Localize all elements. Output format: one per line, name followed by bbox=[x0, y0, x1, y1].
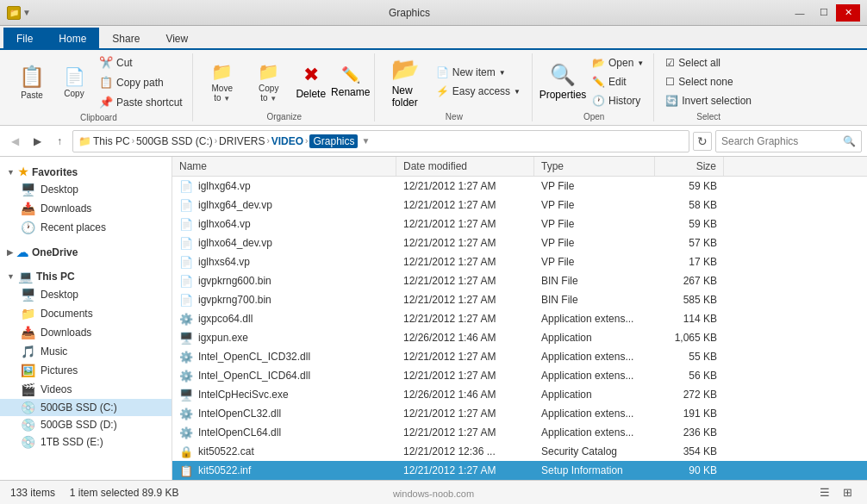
file-icon: ⚙️ bbox=[179, 408, 193, 420]
invert-selection-button[interactable]: 🔄 Invert selection bbox=[661, 92, 756, 109]
tab-view[interactable]: View bbox=[153, 28, 201, 48]
path-segment-video[interactable]: VIDEO bbox=[271, 135, 303, 147]
sidebar-item-drive-d[interactable]: 💿 500GB SSD (D:) bbox=[0, 416, 172, 433]
tab-home[interactable]: Home bbox=[46, 28, 99, 48]
sidebar-item-downloads-fav[interactable]: 📥 Downloads bbox=[0, 199, 172, 218]
path-dropdown-arrow[interactable]: ▼ bbox=[361, 136, 370, 146]
file-name-cell: 🖥️IntelCpHeciSvc.exe bbox=[172, 387, 396, 403]
file-size-cell: 58 KB bbox=[655, 197, 724, 213]
table-row[interactable]: 🖥️igxpun.exe12/26/2012 1:46 AMApplicatio… bbox=[172, 328, 867, 347]
folder-icon: 🖥️ bbox=[21, 183, 35, 196]
file-name-cell: 🔒kit50522.cat bbox=[172, 444, 396, 460]
search-input[interactable] bbox=[721, 135, 839, 147]
col-type[interactable]: Type bbox=[534, 157, 655, 176]
file-name-cell: ⚙️IntelOpenCL64.dll bbox=[172, 425, 396, 441]
onedrive-arrow: ▶ bbox=[7, 248, 13, 257]
titlebar-icons: 📁 ▼ bbox=[7, 6, 31, 20]
sidebar-item-documents[interactable]: 📁 Documents bbox=[0, 304, 172, 323]
file-name-cell: ⚙️IntelOpenCL32.dll bbox=[172, 406, 396, 422]
table-row[interactable]: 📄iglhxs64.vp12/21/2012 1:27 AMVP File17 … bbox=[172, 252, 867, 271]
thispc-section: ▼ 💻 This PC 🖥️ Desktop 📁 Documents 📥 Dow… bbox=[0, 264, 172, 454]
tab-share[interactable]: Share bbox=[99, 28, 153, 48]
copy-icon: 📄 bbox=[64, 66, 85, 87]
path-segment-thispc[interactable]: This PC bbox=[93, 135, 130, 147]
path-segment-drivers[interactable]: DRIVERS bbox=[219, 135, 265, 147]
onedrive-header[interactable]: ▶ ☁ OneDrive bbox=[0, 244, 172, 261]
properties-button[interactable]: 🔍 Properties bbox=[540, 56, 586, 108]
organize-buttons: 📁 Moveto ▼ 📁 Copyto ▼ ✖ Delete ✏️ Rename bbox=[200, 53, 369, 110]
details-view-button[interactable]: ☰ bbox=[815, 483, 834, 502]
sidebar-item-recent[interactable]: 🕐 Recent places bbox=[0, 218, 172, 237]
rename-button[interactable]: ✏️ Rename bbox=[333, 56, 369, 108]
file-type-cell: Application extens... bbox=[534, 406, 655, 421]
col-date[interactable]: Date modified bbox=[396, 157, 534, 176]
cut-button[interactable]: ✂️ Cut bbox=[95, 53, 187, 72]
thispc-header[interactable]: ▼ 💻 This PC bbox=[0, 268, 172, 285]
delete-button[interactable]: ✖ Delete bbox=[293, 56, 329, 108]
sidebar-item-drive-c[interactable]: 💿 500GB SSD (C:) bbox=[0, 399, 172, 416]
table-row[interactable]: 📄iglhxg64.vp12/21/2012 1:27 AMVP File59 … bbox=[172, 177, 867, 196]
history-button[interactable]: 🕐 History bbox=[588, 92, 648, 109]
search-box: 🔍 bbox=[715, 130, 862, 152]
select-none-button[interactable]: ☐ Select none bbox=[661, 73, 756, 90]
table-row[interactable]: 🔒kit50522.cat12/21/2012 12:36 ...Securit… bbox=[172, 442, 867, 461]
table-row[interactable]: ⚙️Intel_OpenCL_ICD32.dll12/21/2012 1:27 … bbox=[172, 347, 867, 366]
table-row[interactable]: 📋kit50522.inf12/21/2012 1:27 AMSetup Inf… bbox=[172, 461, 867, 480]
table-row[interactable]: ⚙️IntelOpenCL32.dll12/21/2012 1:27 AMApp… bbox=[172, 404, 867, 423]
sidebar-item-drive-e[interactable]: 💿 1TB SSD (E:) bbox=[0, 433, 172, 451]
new-folder-button[interactable]: 📂 Newfolder bbox=[382, 56, 428, 108]
select-all-button[interactable]: ☑ Select all bbox=[661, 54, 756, 72]
move-to-button[interactable]: 📁 Moveto ▼ bbox=[200, 56, 245, 108]
thispc-arrow: ▼ bbox=[7, 272, 15, 281]
paste-shortcut-button[interactable]: 📌 Paste shortcut bbox=[95, 93, 187, 111]
edit-button[interactable]: ✏️ Edit bbox=[588, 73, 648, 90]
table-row[interactable]: 🖥️IntelCpHeciSvc.exe12/26/2012 1:46 AMAp… bbox=[172, 385, 867, 404]
up-button[interactable]: ↑ bbox=[50, 132, 69, 151]
file-size-cell: 354 KB bbox=[655, 444, 724, 459]
table-row[interactable]: 📄igvpkrng700.bin12/21/2012 1:27 AMBIN Fi… bbox=[172, 290, 867, 309]
sidebar-item-music[interactable]: 🎵 Music bbox=[0, 342, 172, 361]
downloads-pc-label: Downloads bbox=[41, 327, 91, 339]
tab-file[interactable]: File bbox=[3, 28, 46, 48]
file-icon: 📄 bbox=[179, 180, 193, 193]
table-row[interactable]: ⚙️Intel_OpenCL_ICD64.dll12/21/2012 1:27 … bbox=[172, 366, 867, 385]
large-icons-button[interactable]: ⊞ bbox=[838, 483, 857, 502]
maximize-button[interactable]: ☐ bbox=[812, 4, 836, 22]
refresh-button[interactable]: ↻ bbox=[693, 132, 712, 151]
table-row[interactable]: 📄igvpkrng600.bin12/21/2012 1:27 AMBIN Fi… bbox=[172, 271, 867, 290]
copy-path-button[interactable]: 📋 Copy path bbox=[95, 73, 187, 91]
forward-button[interactable]: ▶ bbox=[28, 132, 47, 151]
favorites-header[interactable]: ▼ ★ Favorites bbox=[0, 164, 172, 180]
path-segment-graphics[interactable]: Graphics bbox=[309, 134, 358, 148]
col-size[interactable]: Size bbox=[655, 157, 724, 176]
sidebar-item-desktop-pc[interactable]: 🖥️ Desktop bbox=[0, 285, 172, 304]
open-button[interactable]: 📂 Open ▼ bbox=[588, 54, 648, 72]
sidebar-item-desktop-fav[interactable]: 🖥️ Desktop bbox=[0, 180, 172, 199]
copy-button[interactable]: 📄 Copy bbox=[55, 57, 93, 109]
table-row[interactable]: 📄iglhxo64.vp12/21/2012 1:27 AMVP File59 … bbox=[172, 215, 867, 233]
minimize-button[interactable]: — bbox=[788, 4, 812, 22]
select-label: Select bbox=[696, 112, 720, 121]
address-path[interactable]: 📁 This PC › 500GB SSD (C:) › DRIVERS › V… bbox=[72, 130, 689, 152]
path-sep-2: › bbox=[215, 136, 217, 146]
easy-access-button[interactable]: ⚡ Easy access ▼ bbox=[430, 83, 527, 100]
path-segment-drive[interactable]: 500GB SSD (C:) bbox=[136, 135, 213, 147]
table-row[interactable]: 📄iglhxg64_dev.vp12/21/2012 1:27 AMVP Fil… bbox=[172, 196, 867, 215]
sidebar-item-downloads-pc[interactable]: 📥 Downloads bbox=[0, 323, 172, 342]
new-item-button[interactable]: 📄 New item ▼ bbox=[430, 64, 527, 81]
search-icon: 🔍 bbox=[843, 135, 856, 147]
table-row[interactable]: ⚙️igxpco64.dll12/21/2012 1:27 AMApplicat… bbox=[172, 309, 867, 328]
open-icon: 📂 bbox=[592, 57, 605, 69]
col-name[interactable]: Name bbox=[172, 157, 396, 176]
copy-to-button[interactable]: 📁 Copyto ▼ bbox=[246, 56, 291, 108]
table-row[interactable]: 📄iglhxo64_dev.vp12/21/2012 1:27 AMVP Fil… bbox=[172, 233, 867, 252]
close-button[interactable]: ✕ bbox=[836, 4, 860, 22]
back-button[interactable]: ◀ bbox=[5, 132, 24, 151]
sidebar-item-pictures[interactable]: 🖼️ Pictures bbox=[0, 361, 172, 380]
table-row[interactable]: ⚙️IntelOpenCL64.dll12/21/2012 1:27 AMApp… bbox=[172, 423, 867, 442]
videos-label: Videos bbox=[41, 383, 72, 395]
file-date-cell: 12/21/2012 1:27 AM bbox=[396, 254, 534, 270]
sidebar-item-videos[interactable]: 🎬 Videos bbox=[0, 380, 172, 399]
copy-column: 📄 Copy bbox=[55, 57, 93, 109]
paste-button[interactable]: 📋 Paste bbox=[10, 57, 53, 109]
